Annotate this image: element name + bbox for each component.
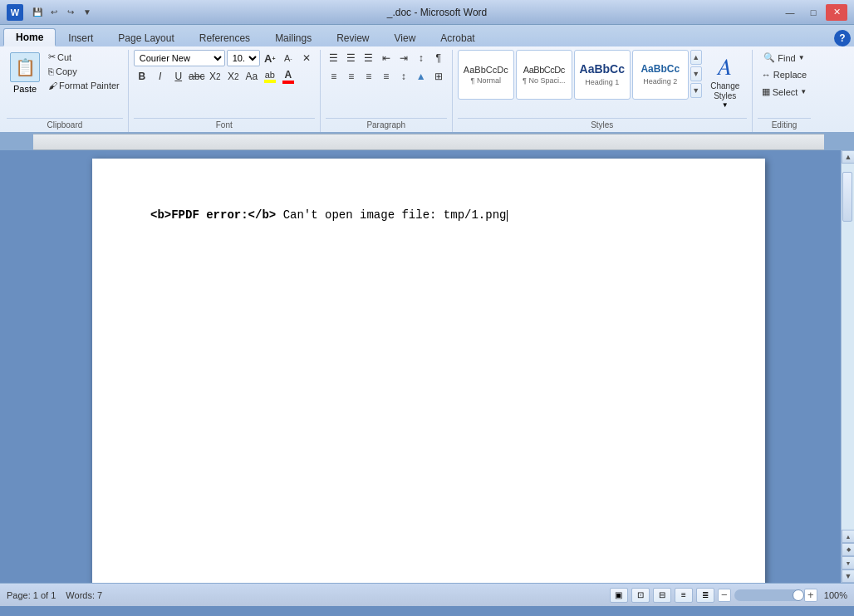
zoom-plus[interactable]: + (804, 589, 817, 602)
multilevel-button[interactable]: ☰ (361, 50, 377, 66)
font-color-button[interactable]: A (280, 68, 297, 85)
show-hide-button[interactable]: ¶ (430, 50, 447, 66)
full-screen-view[interactable]: ⊡ (631, 588, 650, 603)
style-heading2[interactable]: AaBbCc Heading 2 (632, 50, 689, 100)
line-spacing-button[interactable]: ↕ (395, 68, 412, 85)
ruler (33, 134, 824, 150)
superscript-button[interactable]: X2 (225, 68, 242, 85)
print-layout-view[interactable]: ▣ (610, 588, 628, 603)
strikethrough-button[interactable]: abc (189, 68, 205, 85)
left-margin (0, 150, 17, 583)
zoom-minus[interactable]: − (718, 589, 731, 602)
styles-group: AaBbCcDc ¶ Normal AaBbCcDc ¶ No Spaci...… (454, 50, 753, 132)
scroll-thumb[interactable] (842, 172, 852, 222)
align-right-button[interactable]: ≡ (361, 68, 377, 85)
zoom-thumb[interactable] (793, 589, 804, 601)
close-button[interactable]: ✕ (826, 4, 847, 21)
highlight-button[interactable]: ab (262, 68, 278, 85)
change-styles-label: ChangeStyles (710, 81, 739, 101)
highlight-swatch (264, 80, 276, 83)
web-layout-view[interactable]: ⊟ (653, 588, 671, 603)
align-center-button[interactable]: ≡ (343, 68, 360, 85)
page-info: Page: 1 of 1 (7, 590, 56, 600)
paste-button[interactable]: 📋 Paste (7, 50, 43, 98)
italic-button[interactable]: I (152, 68, 169, 85)
subscript-button[interactable]: X2 (207, 68, 223, 85)
grow-font-button[interactable]: A+ (262, 50, 278, 66)
scroll-size-down[interactable]: ▼ (842, 556, 854, 570)
style-normal[interactable]: AaBbCcDc ¶ Normal (458, 50, 514, 100)
maximize-button[interactable]: □ (802, 4, 824, 21)
bullets-button[interactable]: ☰ (326, 50, 342, 66)
borders-button[interactable]: ⊞ (430, 68, 447, 85)
save-quick-btn[interactable]: 💾 (30, 5, 45, 20)
tab-view[interactable]: View (382, 28, 429, 46)
styles-scroll-down[interactable]: ▼ (690, 66, 702, 81)
draft-view[interactable]: ≣ (696, 588, 714, 603)
select-icon: ▦ (762, 86, 770, 97)
outline-view[interactable]: ≡ (675, 588, 693, 603)
select-button[interactable]: ▦ Select ▼ (758, 84, 812, 100)
ribbon-content: 📋 Paste ✂ Cut ⎘ Copy 🖌 (0, 46, 854, 132)
find-button[interactable]: 🔍 Find ▼ (759, 50, 808, 66)
styles-scroll-up[interactable]: ▲ (690, 50, 702, 65)
status-left: Page: 1 of 1 Words: 7 (7, 590, 102, 600)
main-content: <b>FPDF error:</b> Can't open image file… (0, 150, 854, 583)
tab-acrobat[interactable]: Acrobat (428, 28, 487, 46)
justify-button[interactable]: ≡ (378, 68, 395, 85)
tab-insert[interactable]: Insert (56, 28, 106, 46)
word-icon: W (7, 4, 23, 21)
underline-button[interactable]: U (170, 68, 187, 85)
cut-button[interactable]: ✂ Cut (45, 50, 123, 64)
style-no-spacing[interactable]: AaBbCcDc ¶ No Spaci... (516, 50, 572, 100)
replace-button[interactable]: ↔ Replace (758, 67, 811, 82)
clipboard-label: Clipboard (7, 118, 123, 132)
scroll-size-up[interactable]: ▲ (842, 530, 854, 543)
paragraph-label: Paragraph (326, 118, 447, 132)
style-h2-name: Heading 2 (643, 77, 677, 86)
decrease-indent-button[interactable]: ⇤ (378, 50, 395, 66)
style-normal-name: ¶ Normal (471, 76, 501, 85)
font-size-dropdown[interactable]: 10.5 (227, 50, 260, 66)
case-button[interactable]: Aa (243, 68, 260, 85)
zoom-slider[interactable] (734, 589, 801, 601)
sort-button[interactable]: ↕ (413, 50, 429, 66)
align-left-button[interactable]: ≡ (326, 68, 342, 85)
minimize-button[interactable]: — (779, 4, 801, 21)
ruler-area (0, 134, 854, 150)
document-area: <b>FPDF error:</b> Can't open image file… (0, 134, 854, 606)
numbering-button[interactable]: ☰ (343, 50, 360, 66)
increase-indent-button[interactable]: ⇥ (395, 50, 412, 66)
change-styles-button[interactable]: 𝐴 ChangeStyles ▼ (704, 50, 747, 113)
window-title: _.doc - Microsoft Word (95, 7, 779, 18)
undo-quick-btn[interactable]: ↩ (47, 5, 61, 20)
bold-button[interactable]: B (134, 68, 150, 85)
scroll-divider: ◆ (842, 543, 854, 556)
format-painter-button[interactable]: 🖌 Format Painter (45, 79, 123, 92)
scroll-down-arrow[interactable]: ▼ (842, 570, 854, 583)
styles-more[interactable]: ▼ (690, 83, 702, 98)
tab-review[interactable]: Review (324, 28, 381, 46)
shading-button[interactable]: ▲ (413, 68, 429, 85)
vertical-scrollbar: ▲ ▲ ◆ ▼ ▼ (841, 150, 854, 583)
copy-button[interactable]: ⎘ Copy (45, 65, 123, 78)
redo-quick-btn[interactable]: ↪ (63, 5, 78, 20)
word-count: Words: 7 (66, 590, 102, 600)
clear-format-button[interactable]: ✕ (298, 50, 315, 66)
document-text[interactable]: <b>FPDF error:</b> Can't open image file… (150, 208, 707, 222)
paragraph-group-content: ☰ ☰ ☰ ⇤ ⇥ ↕ ¶ ≡ ≡ ≡ ≡ ↕ ▲ ⊞ (326, 50, 447, 116)
shrink-font-button[interactable]: A- (280, 50, 297, 66)
help-button[interactable]: ? (834, 30, 851, 46)
style-h1-preview: AaBbCc (580, 63, 625, 76)
tab-mailings[interactable]: Mailings (263, 28, 324, 46)
style-heading1[interactable]: AaBbCc Heading 1 (574, 50, 631, 100)
font-name-dropdown[interactable]: Courier New (134, 50, 225, 66)
tab-page-layout[interactable]: Page Layout (106, 28, 186, 46)
scroll-track[interactable] (842, 164, 854, 530)
doc-scroll-area[interactable]: <b>FPDF error:</b> Can't open image file… (17, 150, 841, 583)
styles-label: Styles (458, 118, 747, 132)
tab-home[interactable]: Home (3, 28, 56, 46)
scroll-up-arrow[interactable]: ▲ (842, 150, 854, 164)
tab-references[interactable]: References (187, 28, 263, 46)
more-quick-btn[interactable]: ▼ (80, 5, 95, 20)
